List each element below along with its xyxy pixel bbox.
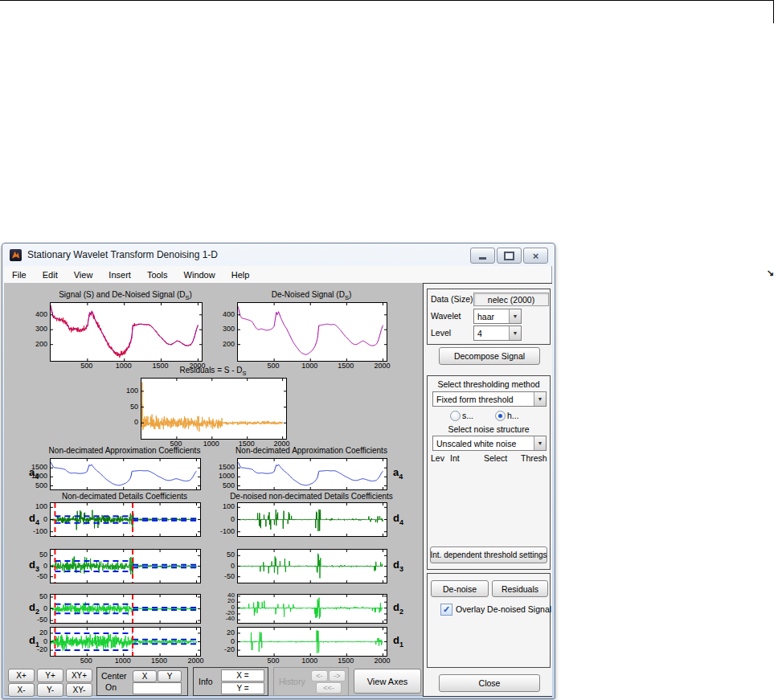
d1-left-canvas <box>51 628 200 656</box>
d1-right-xtick: 2000 <box>366 657 398 665</box>
d1-right-axes[interactable] <box>237 627 387 657</box>
col-thresh: Thresh <box>521 453 547 463</box>
history-next-button[interactable]: -> <box>329 670 346 682</box>
soft-threshold-radio[interactable] <box>450 411 461 421</box>
approx-right-title: Non-decimated Approximation Coefficients <box>235 446 387 455</box>
chevron-down-icon[interactable]: ▼ <box>534 392 546 406</box>
int-dependent-threshold-button[interactable]: Int. dependent threshold settings <box>430 546 547 563</box>
d3-right-axes[interactable] <box>237 549 387 583</box>
d3-right-ytick: -50 <box>211 572 235 580</box>
denoised-title: De-Noised Signal (DS) <box>272 290 352 301</box>
center-y-button[interactable]: Y <box>158 670 182 682</box>
d2-left-ytick: -50 <box>23 616 47 624</box>
approx-right-axes[interactable] <box>237 458 387 490</box>
zoom-xyplus-button[interactable]: XY+ <box>66 669 92 682</box>
wavelet-label: Wavelet <box>431 311 461 321</box>
history-all-button[interactable]: <<- <box>316 682 342 694</box>
level-dropdown[interactable]: 4 ▼ <box>473 325 522 341</box>
d1-right-canvas <box>238 628 387 656</box>
info-label: Info <box>199 677 213 686</box>
d3-right-canvas <box>238 550 387 583</box>
d2-left-axes[interactable] <box>50 594 201 624</box>
denoised-xtick: 1000 <box>293 362 325 370</box>
data-size-label: Data (Size) <box>431 294 473 304</box>
d3-right-label: d3 <box>393 559 403 573</box>
center-x-button[interactable]: X <box>133 670 157 682</box>
threshold-method-dropdown[interactable]: Fixed form threshold ▼ <box>432 391 547 407</box>
signal-denoised-title: Signal (S) and De-Noised Signal (DS) <box>59 290 192 301</box>
d3-left-axes[interactable] <box>50 549 201 583</box>
d3-left-ytick: -50 <box>23 572 47 580</box>
d1-right-xtick: 1000 <box>293 657 325 665</box>
center-on-group: Center On X Y <box>96 667 188 696</box>
overlay-label[interactable]: Overlay De-noised Signal <box>456 604 551 614</box>
noise-structure-dropdown[interactable]: Unscaled white noise ▼ <box>432 436 547 451</box>
approx-left-label: a4 <box>29 466 39 481</box>
col-int: Int <box>450 453 460 463</box>
info-group: Info X = Y = <box>193 667 268 696</box>
residuals-ytick: 50 <box>114 403 138 411</box>
d1-left-xtick: 1000 <box>107 657 139 665</box>
noise-structure-value: Unscaled white noise <box>433 436 534 450</box>
center-on-input[interactable] <box>133 682 182 694</box>
soft-threshold-label[interactable]: s... <box>462 411 473 420</box>
d4-left-axes[interactable] <box>50 502 201 537</box>
chevron-down-icon[interactable]: ▼ <box>509 309 521 323</box>
d1-right-xtick: 500 <box>257 657 289 665</box>
residuals-button[interactable]: Residuals <box>492 580 548 597</box>
signal-denoised-canvas <box>51 303 202 361</box>
hard-threshold-label[interactable]: h... <box>507 411 519 420</box>
radio-dot-icon <box>498 414 502 418</box>
d1-left-xtick: 500 <box>70 657 102 665</box>
zoom-xplus-button[interactable]: X+ <box>8 669 35 682</box>
close-button[interactable]: Close <box>439 674 540 692</box>
denoised-xtick: 1500 <box>330 362 362 370</box>
residuals-axes[interactable] <box>141 378 287 440</box>
wavelet-dropdown[interactable]: haar ▼ <box>473 309 522 324</box>
signal-denoised-xtick: 1000 <box>108 362 140 370</box>
decompose-signal-button[interactable]: Decompose Signal <box>439 347 540 365</box>
hard-threshold-radio[interactable] <box>495 411 506 421</box>
d1-right-ytick: 0 <box>211 637 235 645</box>
overlay-checkbox[interactable]: ✓ <box>440 604 452 616</box>
d4-right-axes[interactable] <box>237 502 387 537</box>
d2-right-ytick: -40 <box>211 615 235 622</box>
signal-denoised-axes[interactable] <box>50 302 203 362</box>
d1-left-axes[interactable] <box>50 627 201 657</box>
chevron-down-icon[interactable]: ▼ <box>534 436 546 450</box>
view-axes-button[interactable]: View Axes <box>354 669 421 694</box>
zoom-yplus-button[interactable]: Y+ <box>37 669 63 682</box>
data-size-value: nelec (2000) <box>473 293 549 306</box>
zoom-xyminus-button[interactable]: XY- <box>66 683 92 697</box>
zoom-xminus-button[interactable]: X- <box>8 683 35 697</box>
d1-right-label: d1 <box>393 634 403 649</box>
d2-right-label: d2 <box>393 601 403 616</box>
denoised-xtick: 2000 <box>366 362 398 370</box>
d1-right-ytick: 20 <box>211 628 235 637</box>
denoise-group: De-noise Residuals ✓ Overlay De-noised S… <box>427 573 551 668</box>
zoom-yminus-button[interactable]: Y- <box>37 683 63 697</box>
thresholding-method-label: Select thresholding method <box>437 379 539 389</box>
d4-right-label: d4 <box>393 512 403 526</box>
threshold-method-value: Fixed form threshold <box>433 392 534 406</box>
d1-left-xtick: 2000 <box>179 657 211 665</box>
chevron-down-icon[interactable]: ▼ <box>509 326 521 340</box>
d3-right-ytick: 0 <box>211 562 235 570</box>
history-prev-button[interactable]: <- <box>311 670 328 682</box>
plot-layer: 200300400500100015002000Signal (S) and D… <box>0 0 782 700</box>
d4-left-label: d4 <box>29 512 39 526</box>
residuals-canvas <box>141 379 286 439</box>
denoised-ytick: 400 <box>211 310 235 318</box>
approx-left-title: Non-decimated Approximation Coefficients <box>49 446 201 455</box>
d2-left-label: d2 <box>29 601 39 616</box>
info-x-field[interactable]: X = <box>221 669 264 682</box>
history-group: History <- -> <<- <box>273 667 349 696</box>
denoised-axes[interactable] <box>237 302 387 362</box>
d2-right-axes[interactable] <box>237 594 387 624</box>
denoised-xtick: 500 <box>257 362 289 370</box>
denoise-button[interactable]: De-noise <box>431 580 489 597</box>
info-y-field[interactable]: Y = <box>221 682 264 694</box>
level-label: Level <box>431 328 451 338</box>
approx-left-axes[interactable] <box>50 458 201 490</box>
residuals-title: Residuals = S - DS <box>179 366 246 377</box>
